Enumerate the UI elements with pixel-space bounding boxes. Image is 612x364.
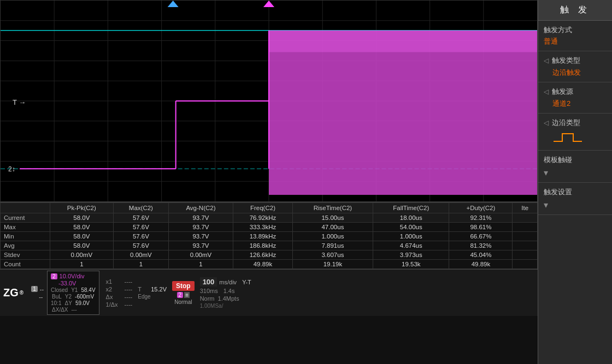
ch2-y2-val: -600mV [75,294,94,300]
meas-cell-0-6: 18.00us [373,213,449,223]
meas-cell-3-5: 7.891us [292,241,373,250]
trig-x1-label: x1 [106,278,121,285]
ch2-dy-label: ΔY [65,300,72,306]
meas-cell-5-6: 19.53k [373,260,449,269]
sidebar-trigger-type-value: 边沿触发 [552,68,581,76]
trig-invdx-label: 1/Δx [106,301,121,308]
sidebar-settings-label: 触发设置 [544,187,572,197]
col-header-duty: +Duty(C2) [449,203,513,213]
ch1-number: 1 [31,286,38,292]
sidebar-trigger-type-label: 触发类型 [552,56,580,65]
col-header-avgn: Avg-N(C2) [168,203,233,213]
meas-row-current: Current58.0V57.6V93.7V76.92kHz15.00us18.… [1,213,538,223]
ch2-ratio-label: 10:1 [51,300,61,306]
meas-cell-3-1: 58.0V [50,241,113,250]
sidebar-item-template[interactable]: 模板触碰 ▾ [538,151,612,183]
sidebar-item-trigger-source[interactable]: ◁ 触发源 通道2 [538,82,612,114]
timebase-value: 100 [200,277,217,287]
ch1-row1: 1 -- [31,286,44,293]
ch2-div-label: 10.0V/div [60,273,85,279]
ch2-dy-row: 10:1 ΔY 59.0V [51,300,96,306]
ch2-closed-label: Closed [51,287,68,293]
trig-invdx-val: ---- [125,301,133,308]
trig-dx-label: Δx [106,294,121,300]
meas-cell-4-7: 45.04% [449,250,513,260]
timebase-time-row: 310ms 1.4s [200,288,251,294]
meas-cell-2-3: 93.7V [168,232,233,241]
timebase-block: 100 ms/div Y-T 310ms 1.4s Norm 1.4Mpts 1… [200,277,251,309]
col-header-pkpk: Pk-Pk(C2) [50,203,113,213]
sidebar-item-trigger-mode[interactable]: 触发方式 普通 [538,21,612,51]
ch2-y1-row: Closed Y1 58.4V [51,287,96,293]
timebase-norm-val: 1.00MSa/ [200,303,251,309]
ch2-y2-row: BuL Y2 -600mV [51,294,96,300]
timebase-time1: 310ms [200,288,218,294]
sidebar-trigger-mode-row: 触发方式 [544,25,607,35]
trig-dx-val: ---- [125,294,133,300]
sidebar-item-edge-type[interactable]: ◁ 边沿类型 [538,114,612,151]
sidebar-item-trigger-type[interactable]: ◁ 触发类型 边沿触发 [538,51,612,82]
meas-cell-0-0: Current [1,213,50,223]
ch1-row2: -- [31,294,44,300]
scope-grid: T → 2↕ [1,1,537,201]
trig-x2-label: x2 [106,286,121,293]
col-header-max: Max(C2) [114,203,169,213]
t-block: T 15.2V Edge [138,286,167,300]
meas-cell-5-5: 19.19k [292,260,373,269]
meas-cell-1-1: 58.0V [50,223,113,232]
stop-button[interactable]: Stop [172,281,195,291]
meas-cell-3-4: 186.8kHz [233,241,293,250]
logo-text: ZG [3,287,19,299]
meas-cell-1-6: 54.00us [373,223,449,232]
sidebar-trigger-mode-label: 触发方式 [544,25,572,35]
trigger-source-arrow: ◁ [544,88,549,96]
meas-row-min: Min58.0V57.6V93.7V13.89kHz1.000us1.000us… [1,232,538,241]
meas-row-max: Max58.0V57.6V93.7V333.3kHz47.00us54.00us… [1,223,538,232]
ch2-icon: ≡ [184,292,190,298]
ch2-dxax-row: ΔX/ΔX --- [51,307,96,313]
sidebar-template-label: 模板触碰 [544,155,572,165]
meas-cell-3-8 [513,241,538,250]
meas-cell-2-8 [513,232,538,241]
scope-display: T → 2↕ [0,0,538,202]
ch2-number: 2 [51,273,57,279]
ch1-dash2: -- [39,294,43,300]
meas-cell-0-8 [513,213,538,223]
sidebar-trigger-mode-value: 普通 [544,37,558,46]
trig-x2-row: x2 ---- [106,286,133,293]
trigger-meas-block: x1 ---- x2 ---- Δx ---- 1/Δx ---- [106,278,133,308]
meas-cell-4-8 [513,250,538,260]
timebase-time2: 1.4s [223,288,235,294]
ch1-info: 1 -- -- [31,286,44,300]
meas-cell-3-0: Avg [1,241,50,250]
col-header-freq: Freq(C2) [233,203,293,213]
meas-cell-2-4: 13.89kHz [233,232,293,241]
bottom-bar: ZG® 1 -- -- 2 10.0V/div -33.0V Closed Y1 [0,269,538,316]
meas-cell-3-2: 57.6V [114,241,169,250]
meas-cell-4-1: 0.00mV [50,250,113,260]
stop-block[interactable]: Stop 2 ≡ Normal [172,281,195,305]
meas-cell-1-5: 47.00us [292,223,373,232]
meas-table: Pk-Pk(C2) Max(C2) Avg-N(C2) Freq(C2) Ris… [0,202,538,269]
meas-cell-2-0: Min [1,232,50,241]
svg-rect-26 [269,31,537,195]
col-header-label [1,203,50,213]
meas-cell-1-2: 57.6V [114,223,169,232]
meas-cell-5-4: 49.89k [233,260,293,269]
sidebar-trigger-source-val-row: 通道2 [544,98,607,109]
timebase-val-row: 100 ms/div Y-T [200,277,251,287]
trig-invdx-row: 1/Δx ---- [106,301,133,308]
meas-cell-0-4: 76.92kHz [233,213,293,223]
ch2-y1-val: 58.4V [81,287,95,293]
meas-cell-5-1: 1 [50,260,113,269]
meas-cell-3-3: 93.7V [168,241,233,250]
sidebar-settings-expand: ▾ [544,199,607,210]
sidebar-item-trigger-settings[interactable]: 触发设置 ▾ [538,183,612,215]
col-header-ite: Ite [513,203,538,213]
meas-cell-0-3: 93.7V [168,213,233,223]
meas-cell-0-2: 57.6V [114,213,169,223]
meas-cell-4-5: 3.607us [292,250,373,260]
meas-cell-0-1: 58.0V [50,213,113,223]
ch2-dxax-val: --- [72,307,77,313]
meas-cell-5-3: 1 [168,260,233,269]
